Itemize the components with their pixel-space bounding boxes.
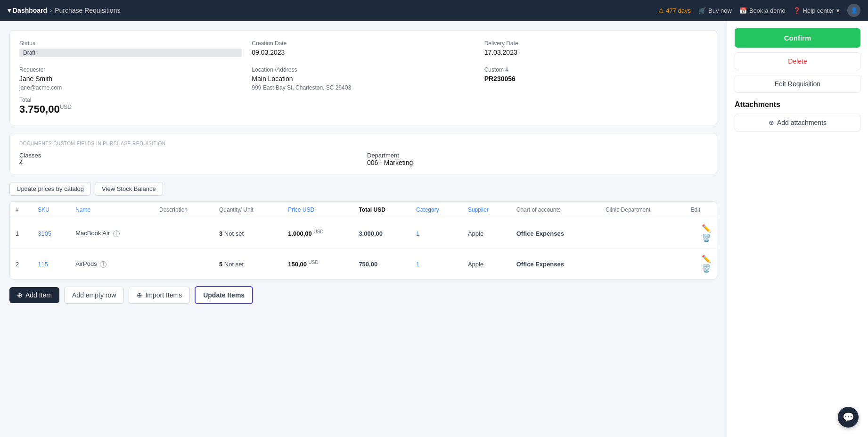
col-sku[interactable]: SKU — [32, 202, 70, 218]
location-name: Main Location — [252, 75, 475, 82]
creation-date-block: Creation Date 09.03.2023 — [252, 40, 475, 57]
chevron-down-icon: ▾ — [836, 7, 840, 14]
cell-price: 150,00 USD — [282, 249, 353, 280]
cell-sku: 3105 — [32, 218, 70, 249]
col-num: # — [10, 202, 32, 218]
classes-field: Classes 4 — [19, 152, 360, 166]
chevron-down-icon: ▾ — [8, 7, 11, 14]
delete-row-icon[interactable]: 🗑️ — [702, 265, 711, 272]
col-chart-of-accounts: Chart of accounts — [511, 202, 600, 218]
left-content: Status Draft Creation Date 09.03.2023 De… — [0, 21, 727, 437]
status-badge: Draft — [19, 49, 242, 57]
location-label: Location /Address — [252, 66, 475, 73]
total-label: Total — [19, 97, 707, 103]
cell-supplier: Apple — [462, 218, 511, 249]
col-total: Total USD — [353, 202, 410, 218]
update-items-button[interactable]: Update Items — [195, 286, 253, 304]
cell-name: MacBook Air i — [70, 218, 154, 249]
nav-separator: › — [50, 7, 52, 14]
cart-icon: 🛒 — [698, 7, 706, 14]
info-icon[interactable]: i — [113, 231, 120, 237]
requester-block: Requester Jane Smith jane@acme.com — [19, 66, 242, 91]
update-prices-btn[interactable]: Update prices by catalog — [9, 182, 91, 196]
col-category[interactable]: Category — [410, 202, 462, 218]
help-center-btn[interactable]: ❓ Help center ▾ — [793, 7, 840, 14]
view-stock-btn[interactable]: View Stock Balance — [95, 182, 163, 196]
classes-label: Classes — [19, 152, 360, 159]
custom-fields-card: DOCUMENTS CUSTOM FIELDS IN PURCHASE REQU… — [9, 133, 717, 174]
add-attachments-button[interactable]: ⊕ Add attachments — [735, 114, 860, 132]
requester-label: Requester — [19, 66, 242, 73]
cell-category: 1 — [410, 218, 462, 249]
book-demo-btn[interactable]: 📅 Book a demo — [739, 7, 786, 14]
cell-name: AirPods i — [70, 249, 154, 280]
col-supplier[interactable]: Supplier — [462, 202, 511, 218]
cell-supplier: Apple — [462, 249, 511, 280]
edit-requisition-button[interactable]: Edit Requisition — [735, 75, 860, 93]
location-block: Location /Address Main Location 999 East… — [252, 66, 475, 91]
department-label: Department — [367, 152, 707, 159]
edit-row-icon[interactable]: ✏️ — [702, 225, 711, 232]
department-field: Department 006 - Marketing — [367, 152, 707, 166]
topnav: ▾ Dashboard › Purchase Requisitions ⚠ 47… — [0, 0, 868, 21]
delivery-date-label: Delivery Date — [484, 40, 707, 47]
info-card: Status Draft Creation Date 09.03.2023 De… — [9, 30, 717, 125]
info-icon[interactable]: i — [100, 261, 106, 268]
calendar-icon: 📅 — [739, 7, 747, 14]
delivery-date-value: 17.03.2023 — [484, 49, 707, 56]
confirm-button[interactable]: Confirm — [735, 28, 860, 48]
items-table-card: # SKU Name Description Quantity/ Unit Pr… — [9, 201, 717, 280]
col-edit: Edit — [685, 202, 717, 218]
status-block: Status Draft — [19, 40, 242, 57]
location-address: 999 East Bay St, Charleston, SC 29403 — [252, 84, 475, 91]
table-row: 2 115 AirPods i 5 Not set 150,00 USD 750… — [10, 249, 717, 280]
custom-num-label: Custom # — [484, 66, 707, 73]
custom-fields-title: DOCUMENTS CUSTOM FIELDS IN PURCHASE REQU… — [19, 141, 707, 146]
cell-num: 1 — [10, 218, 32, 249]
cell-quantity: 5 Not set — [213, 249, 282, 280]
cell-chart-of-accounts: Office Expenses — [511, 218, 600, 249]
plus-circle-icon: ⊕ — [137, 291, 142, 299]
department-value: 006 - Marketing — [367, 159, 707, 166]
add-empty-row-button[interactable]: Add empty row — [64, 287, 124, 304]
cell-quantity: 3 Not set — [213, 218, 282, 249]
edit-row-icon[interactable]: ✏️ — [702, 256, 711, 263]
right-sidebar: Confirm Delete Edit Requisition Attachme… — [727, 21, 868, 437]
user-avatar[interactable]: 👤 — [847, 4, 860, 17]
creation-date-label: Creation Date — [252, 40, 475, 47]
chat-bubble[interactable]: 💬 — [838, 407, 859, 428]
col-price[interactable]: Price USD — [282, 202, 353, 218]
delivery-date-block: Delivery Date 17.03.2023 — [484, 40, 707, 57]
creation-date-value: 09.03.2023 — [252, 49, 475, 56]
cell-sku: 115 — [32, 249, 70, 280]
items-toolbar: Update prices by catalog View Stock Bala… — [9, 182, 717, 196]
items-table: # SKU Name Description Quantity/ Unit Pr… — [10, 202, 717, 279]
brand-link[interactable]: ▾ Dashboard — [8, 7, 47, 14]
col-description: Description — [154, 202, 213, 218]
bottom-actions: ⊕ Add Item Add empty row ⊕ Import Items … — [9, 286, 717, 304]
col-clinic-department: Clinic Department — [600, 202, 685, 218]
buy-now-btn[interactable]: 🛒 Buy now — [698, 7, 732, 14]
plus-icon: ⊕ — [17, 291, 23, 299]
requester-name: Jane Smith — [19, 75, 242, 82]
add-item-button[interactable]: ⊕ Add Item — [9, 287, 59, 303]
delete-row-icon[interactable]: 🗑️ — [702, 234, 711, 242]
classes-value: 4 — [19, 159, 360, 166]
cell-category: 1 — [410, 249, 462, 280]
col-name[interactable]: Name — [70, 202, 154, 218]
cell-chart-of-accounts: Office Expenses — [511, 249, 600, 280]
help-icon: ❓ — [793, 7, 801, 14]
import-items-button[interactable]: ⊕ Import Items — [129, 287, 190, 304]
nav-page-label: Purchase Requisitions — [55, 7, 120, 14]
warning-days[interactable]: ⚠ 477 days — [658, 7, 691, 14]
cell-num: 2 — [10, 249, 32, 280]
plus-circle-icon: ⊕ — [769, 119, 774, 126]
attachments-title: Attachments — [735, 100, 860, 109]
cell-total: 750,00 — [353, 249, 410, 280]
cell-clinic-department — [600, 218, 685, 249]
main-layout: Status Draft Creation Date 09.03.2023 De… — [0, 21, 868, 437]
delete-button[interactable]: Delete — [735, 52, 860, 70]
cell-price: 1.000,00 USD — [282, 218, 353, 249]
requester-email: jane@acme.com — [19, 84, 242, 91]
cell-clinic-department — [600, 249, 685, 280]
